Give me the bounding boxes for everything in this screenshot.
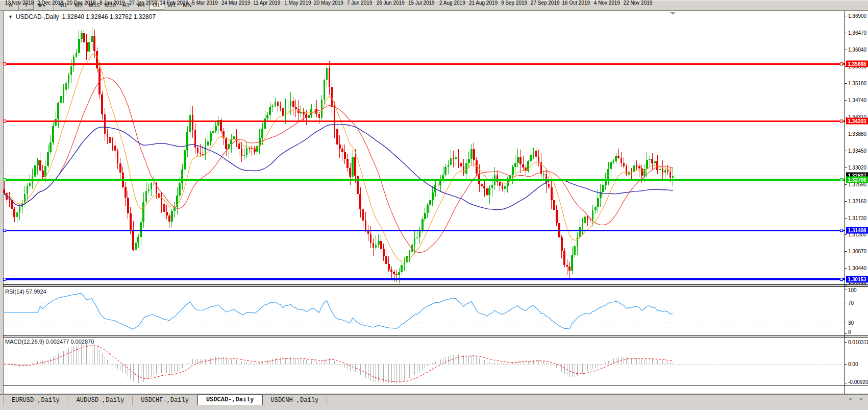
tab-scroll-left-button[interactable]: ◄ — [848, 396, 852, 401]
text-tool-button[interactable]: A — [3, 1, 18, 10]
chart-canvas[interactable] — [0, 11, 868, 410]
tab-scroll-right-button[interactable]: ► — [859, 396, 864, 401]
tab-audusd-daily[interactable]: AUDUSD-,Daily — [68, 396, 133, 405]
timeframe-button-M30[interactable]: M30 — [102, 1, 118, 10]
top-toolbar: A T ❖▾ M1M5M15M30H1H4D1W1MN — [0, 0, 868, 11]
horizontal-line-1.32706[interactable] — [3, 178, 845, 181]
timeframe-button-M5[interactable]: M5 — [71, 1, 86, 10]
panel-splitter-macd[interactable] — [0, 334, 868, 337]
timeframe-button-W1[interactable]: W1 — [164, 1, 180, 10]
tab-usdcnh-daily[interactable]: USDCNH-,Daily — [263, 396, 328, 405]
horizontal-line-1.30153[interactable] — [3, 278, 845, 281]
tab-usdcad-daily[interactable]: USDCAD-,Daily — [197, 395, 263, 405]
tab-usdchf-daily[interactable]: USDCHF-,Daily — [133, 396, 197, 405]
chart-tab-bar: EURUSD-,DailyAUDUSD-,DailyUSDCHF-,DailyU… — [0, 394, 868, 405]
timeframe-button-H4[interactable]: H4 — [134, 1, 149, 10]
chevron-down-icon: ▾ — [43, 4, 45, 8]
timeframe-button-D1[interactable]: D1 — [149, 1, 164, 10]
cursor-icon: ❖ — [38, 2, 43, 8]
tab-scroll-buttons: ◄ ► — [848, 396, 864, 401]
timeframe-button-MN[interactable]: MN — [180, 1, 195, 10]
marquee-tool-button[interactable]: T — [18, 1, 34, 10]
tab-eurusd-daily[interactable]: EURUSD-,Daily — [3, 396, 68, 405]
cursor-mode-button[interactable]: ❖▾ — [34, 1, 49, 10]
timeframe-button-H1[interactable]: H1 — [118, 1, 134, 10]
timeframe-toolbar: M1M5M15M30H1H4D1W1MN — [53, 1, 197, 10]
toolbar-tools-group: A T ❖▾ — [1, 1, 51, 10]
timeframe-button-M1[interactable]: M1 — [56, 1, 71, 10]
panel-splitter-rsi[interactable] — [0, 284, 868, 286]
timeframe-button-M15[interactable]: M15 — [86, 1, 102, 10]
